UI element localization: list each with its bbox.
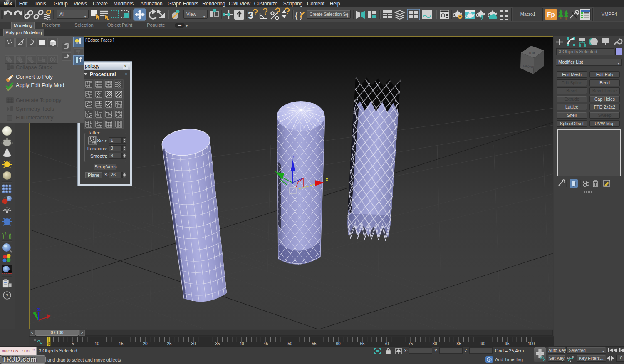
svg-text:90: 90 [480,342,485,346]
svg-text:60: 60 [336,342,341,346]
svg-text:25: 25 [167,342,172,346]
svg-text:40: 40 [239,342,244,346]
svg-text:50: 50 [287,342,292,346]
svg-text:z: z [294,154,296,158]
svg-text:100: 100 [528,342,535,346]
svg-text:35: 35 [215,342,220,346]
svg-text:70: 70 [384,342,389,346]
svg-text:20: 20 [143,342,148,346]
svg-text:45: 45 [263,342,268,346]
svg-text:5: 5 [72,342,74,346]
svg-text:65: 65 [360,342,365,346]
svg-text:30: 30 [191,342,196,346]
svg-text:80: 80 [432,342,437,346]
svg-text:75: 75 [408,342,413,346]
svg-text:15: 15 [119,342,124,346]
svg-text:55: 55 [312,342,317,346]
svg-text:x: x [326,177,328,182]
svg-text:95: 95 [505,342,510,346]
svg-text:3: 3 [248,10,253,21]
svg-text:[ Edged Faces ]: [ Edged Faces ] [85,37,114,42]
svg-text:85: 85 [456,342,461,346]
svg-text:10: 10 [94,342,99,346]
svg-text:0: 0 [47,342,50,346]
svg-text:?: ? [6,293,9,299]
